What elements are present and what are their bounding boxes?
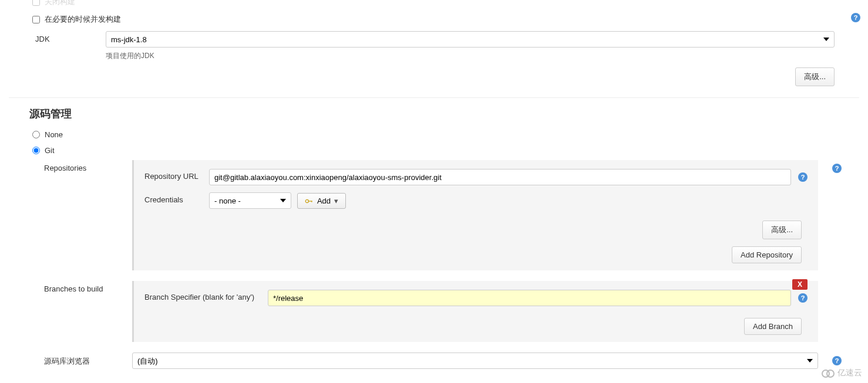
concurrent-build-checkbox[interactable]: [32, 16, 40, 23]
credentials-select[interactable]: - none -: [209, 192, 291, 209]
scm-none-label: None: [45, 130, 63, 139]
disable-build-checkbox[interactable]: [32, 0, 40, 6]
watermark-icon: [820, 368, 835, 371]
help-icon[interactable]: ?: [832, 164, 842, 173]
jdk-help-text: 项目使用的JDK: [106, 51, 835, 61]
help-icon[interactable]: ?: [832, 356, 842, 365]
scm-git-label: Git: [45, 146, 55, 155]
jdk-label: JDK: [9, 31, 106, 43]
add-branch-button[interactable]: Add Branch: [744, 318, 802, 335]
svg-point-0: [305, 199, 308, 202]
add-credentials-button[interactable]: Add ▾: [297, 193, 346, 209]
jdk-select[interactable]: ms-jdk-1.8: [106, 31, 835, 48]
branches-label: Branches to build: [44, 281, 132, 293]
scm-none-radio[interactable]: [32, 131, 40, 138]
add-repository-button[interactable]: Add Repository: [732, 246, 802, 263]
key-icon: [305, 199, 313, 204]
help-icon[interactable]: ?: [798, 172, 808, 182]
watermark: 亿速云: [820, 368, 862, 371]
scm-git-radio[interactable]: [32, 147, 40, 154]
credentials-label: Credentials: [144, 192, 209, 204]
svg-rect-2: [311, 201, 312, 202]
repo-browser-label: 源码库浏览器: [44, 353, 132, 367]
repo-url-input[interactable]: [209, 169, 791, 185]
delete-branch-button[interactable]: X: [792, 279, 808, 290]
repo-advanced-button[interactable]: 高级...: [762, 221, 802, 239]
branch-specifier-label: Branch Specifier (blank for 'any'): [144, 290, 268, 301]
repo-browser-select[interactable]: (自动): [132, 353, 818, 369]
help-icon[interactable]: ?: [798, 293, 808, 303]
help-icon[interactable]: ?: [851, 13, 860, 22]
advanced-button[interactable]: 高级...: [795, 67, 835, 86]
concurrent-build-label: 在必要的时候并发构建: [45, 14, 121, 25]
scm-section-header: 源码管理: [9, 97, 859, 127]
repo-url-label: Repository URL: [144, 169, 209, 181]
branch-specifier-input[interactable]: [268, 290, 791, 306]
repositories-label: Repositories: [44, 160, 132, 172]
disable-build-label: 关闭构建: [45, 0, 75, 7]
